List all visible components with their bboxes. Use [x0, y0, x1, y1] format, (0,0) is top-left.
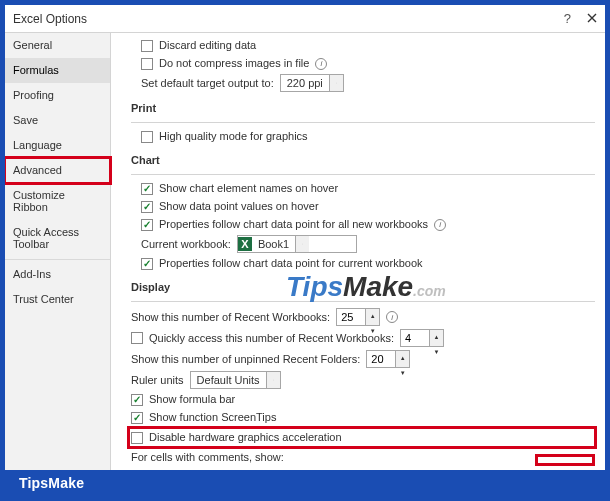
close-icon[interactable] — [587, 13, 597, 25]
ok-button-highlight — [535, 454, 595, 466]
chevron-down-icon[interactable] — [329, 75, 343, 91]
info-icon[interactable]: i — [386, 311, 398, 323]
sidebar-item-add-ins[interactable]: Add-Ins — [5, 262, 110, 287]
sidebar-item-save[interactable]: Save — [5, 108, 110, 133]
screentips-checkbox[interactable] — [131, 412, 143, 424]
current-workbook-combo[interactable]: X Book1 — [237, 235, 357, 253]
chevron-up-icon[interactable]: ▲ — [396, 351, 409, 366]
excel-options-dialog: Excel Options ? General Formulas Proofin… — [5, 5, 605, 496]
quick-access-spinner[interactable]: ▲▼ — [400, 329, 444, 347]
titlebar: Excel Options ? — [5, 5, 605, 33]
chart-names-label: Show chart element names on hover — [159, 181, 338, 196]
section-print: Print — [131, 102, 595, 114]
sidebar-item-customize-ribbon[interactable]: Customize Ribbon — [5, 183, 110, 220]
sidebar-item-advanced[interactable]: Advanced — [5, 158, 110, 183]
info-icon[interactable]: i — [315, 58, 327, 70]
ruler-units-combo[interactable]: Default Units — [190, 371, 281, 389]
quick-access-label: Quickly access this number of Recent Wor… — [149, 331, 394, 346]
formula-bar-label: Show formula bar — [149, 392, 235, 407]
sidebar-item-language[interactable]: Language — [5, 133, 110, 158]
sidebar-item-quick-access-toolbar[interactable]: Quick Access Toolbar — [5, 220, 110, 257]
section-chart: Chart — [131, 154, 595, 166]
chart-propnew-label: Properties follow chart data point for a… — [159, 217, 428, 232]
chevron-down-icon[interactable] — [266, 372, 280, 388]
unpinned-folders-label: Show this number of unpinned Recent Fold… — [131, 352, 360, 367]
compress-checkbox[interactable] — [141, 58, 153, 70]
info-icon[interactable]: i — [434, 219, 446, 231]
content-pane: Discard editing data Do not compress ima… — [111, 33, 605, 496]
chart-values-label: Show data point values on hover — [159, 199, 319, 214]
sidebar-item-formulas[interactable]: Formulas — [5, 58, 110, 83]
help-icon[interactable]: ? — [564, 11, 571, 26]
chart-propnew-checkbox[interactable] — [141, 219, 153, 231]
chevron-down-icon[interactable]: ▼ — [396, 366, 409, 381]
sidebar-item-proofing[interactable]: Proofing — [5, 83, 110, 108]
chart-names-checkbox[interactable] — [141, 183, 153, 195]
chevron-down-icon[interactable]: ▼ — [430, 345, 443, 360]
chevron-up-icon[interactable]: ▲ — [430, 330, 443, 345]
sidebar-item-trust-center[interactable]: Trust Center — [5, 287, 110, 312]
disable-hw-accel-checkbox[interactable] — [131, 432, 143, 444]
compress-label: Do not compress images in file — [159, 56, 309, 71]
brand-footer: TipsMake — [5, 470, 605, 496]
current-workbook-label: Current workbook: — [141, 237, 231, 252]
excel-icon: X — [238, 237, 252, 251]
unpinned-folders-spinner[interactable]: ▲▼ — [366, 350, 410, 368]
chevron-up-icon[interactable]: ▲ — [366, 309, 379, 324]
section-display: Display — [131, 281, 595, 293]
screentips-label: Show function ScreenTips — [149, 410, 276, 425]
hq-graphics-checkbox[interactable] — [141, 131, 153, 143]
chart-values-checkbox[interactable] — [141, 201, 153, 213]
target-output-label: Set default target output to: — [141, 76, 274, 91]
comments-header-label: For cells with comments, show: — [131, 450, 284, 465]
discard-checkbox[interactable] — [141, 40, 153, 52]
quick-access-checkbox[interactable] — [131, 332, 143, 344]
chart-propcur-checkbox[interactable] — [141, 258, 153, 270]
sidebar-item-general[interactable]: General — [5, 33, 110, 58]
discard-label: Discard editing data — [159, 38, 256, 53]
sidebar: General Formulas Proofing Save Language … — [5, 33, 111, 496]
hq-graphics-label: High quality mode for graphics — [159, 129, 308, 144]
chevron-down-icon[interactable] — [295, 236, 309, 252]
recent-workbooks-spinner[interactable]: ▲▼ — [336, 308, 380, 326]
recent-workbooks-label: Show this number of Recent Workbooks: — [131, 310, 330, 325]
window-title: Excel Options — [13, 12, 87, 26]
ruler-units-label: Ruler units — [131, 373, 184, 388]
target-output-combo[interactable]: 220 ppi — [280, 74, 344, 92]
disable-hw-accel-label: Disable hardware graphics acceleration — [149, 430, 342, 445]
formula-bar-checkbox[interactable] — [131, 394, 143, 406]
chart-propcur-label: Properties follow chart data point for c… — [159, 256, 423, 271]
